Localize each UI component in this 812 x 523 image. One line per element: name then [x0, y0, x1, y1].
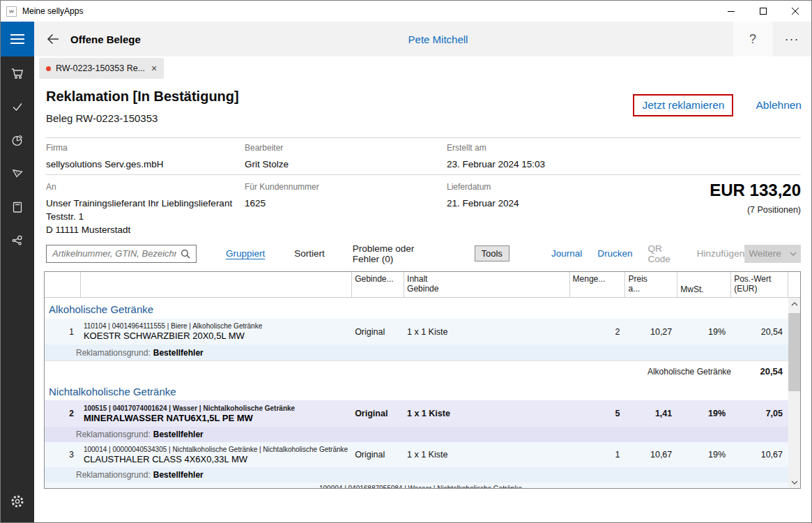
- positions-table: Gebinde... Inhalt Gebinde Menge... Preis…: [44, 271, 801, 489]
- cell-mwst: 19%: [677, 319, 731, 344]
- scroll-up-icon[interactable]: [788, 298, 800, 310]
- tab-close-icon[interactable]: ×: [151, 63, 157, 74]
- reason-value: Bestellfehler: [153, 470, 204, 480]
- group-subtotal-row: Alkoholische Getränke 20,54: [45, 361, 788, 381]
- recipient-line: D 11111 Musterstadt: [46, 223, 245, 236]
- minimize-button[interactable]: [715, 1, 747, 22]
- reklamationsgrund-row: Reklamationsgrund: Bestellfehler: [45, 427, 788, 442]
- article-meta: 100004 | 04016887055084 | Wasser | Nicht…: [45, 483, 522, 488]
- hinzufuegen-link[interactable]: Hinzufügen: [697, 248, 744, 259]
- field-label: Bearbeiter: [245, 143, 447, 153]
- field-an: An Unser Trainingslieferant Ihr Liebling…: [46, 182, 245, 236]
- col-label: Preis: [628, 274, 647, 284]
- reason-value: Bestellfehler: [153, 348, 204, 358]
- document-title: Reklamation [In Bestätigung]: [46, 89, 239, 105]
- col-scrollbar-spacer: [788, 272, 800, 297]
- row-number: 2: [45, 400, 81, 427]
- field-bearbeiter: Bearbeiter Grit Stolze: [245, 143, 447, 174]
- field-kundennummer: Für Kundennummer 1625: [245, 182, 447, 236]
- document-view: Reklamation [In Bestätigung] Beleg RW-02…: [34, 79, 811, 522]
- pennant-icon[interactable]: [1, 157, 34, 190]
- row-number: 3: [45, 442, 81, 467]
- back-arrow-button[interactable]: [43, 29, 63, 50]
- weitere-dropdown[interactable]: Weitere: [744, 245, 801, 263]
- ablehnen-button[interactable]: Ablehnen: [756, 99, 802, 112]
- maximize-button[interactable]: [747, 1, 779, 22]
- group-header: Alkoholische Getränke: [45, 298, 788, 319]
- document-tab[interactable]: RW-0223-150353 Re... ×: [39, 58, 164, 79]
- cell-preis: 10,27: [625, 319, 677, 344]
- vertical-scrollbar[interactable]: [788, 298, 800, 488]
- window-controls: [715, 1, 811, 22]
- scrollbar-thumb[interactable]: [788, 313, 800, 391]
- subtotal-label: Alkoholische Getränke: [45, 367, 731, 377]
- drucken-link[interactable]: Drucken: [597, 248, 632, 259]
- user-name-link[interactable]: Pete Mitchell: [408, 33, 468, 45]
- journal-link[interactable]: Journal: [551, 248, 582, 259]
- position-count: (7 Positionen): [710, 205, 801, 215]
- gruppiert-toggle[interactable]: Gruppiert: [226, 248, 265, 259]
- document-total: EUR 133,20 (7 Positionen): [710, 181, 801, 215]
- col-label: Inhalt: [407, 274, 427, 284]
- reason-label: Reklamationsgrund:: [76, 348, 151, 358]
- probleme-fehler-link[interactable]: Probleme oder Fehler (0): [353, 243, 443, 264]
- col-inhalt-gebinde: Inhalt Gebinde: [404, 272, 570, 297]
- col-number: [45, 272, 81, 297]
- document-number: Beleg RW-0223-150353: [46, 112, 158, 124]
- hamburger-menu-button[interactable]: [1, 22, 34, 56]
- article-name: MINERALWASSER NATU6X1,5L PE MW: [84, 413, 253, 424]
- search-input[interactable]: [47, 248, 179, 259]
- reason-label: Reklamationsgrund:: [76, 470, 151, 480]
- article-meta: 110104 | 04014964111555 | Biere | Alkoho…: [84, 321, 262, 331]
- cell-pos-wert: 20,54: [731, 319, 788, 344]
- cell-menge: 5: [570, 400, 626, 427]
- tab-strip: RW-0223-150353 Re... ×: [34, 56, 811, 79]
- more-options-icon[interactable]: ···: [772, 22, 811, 56]
- checkmark-icon[interactable]: [1, 90, 34, 123]
- total-amount: EUR 133,20: [710, 181, 801, 200]
- help-icon[interactable]: ?: [733, 22, 772, 56]
- search-icon[interactable]: [179, 249, 196, 259]
- cell-inhalt: 1 x 1 Kiste: [404, 442, 570, 467]
- jetzt-reklamieren-button[interactable]: Jetzt reklamieren: [642, 99, 724, 111]
- table-body: Alkoholische Getränke 1 110104 | 0401496…: [45, 298, 800, 488]
- app-logo-icon: w: [6, 6, 17, 17]
- share-icon[interactable]: [1, 224, 34, 257]
- search-box: [46, 245, 197, 263]
- cell-menge: 1: [570, 442, 626, 467]
- page-title: Offene Belege: [70, 33, 141, 45]
- tools-button[interactable]: Tools: [475, 245, 510, 262]
- col-preis: Preis a...: [625, 272, 677, 297]
- settings-gear-icon[interactable]: [1, 485, 34, 518]
- col-pos-wert: Pos.-Wert (EUR): [731, 272, 788, 297]
- cart-icon[interactable]: [1, 56, 34, 90]
- col-gebinde: Gebinde...: [352, 272, 404, 297]
- sortiert-toggle[interactable]: Sortiert: [294, 248, 325, 259]
- reklamationsgrund-row: Reklamationsgrund: Bestellfehler: [45, 344, 788, 361]
- article-name: CLAUSTHALER CLASS 4X6X0,33L MW: [84, 454, 247, 465]
- recipient-line: Unser Trainingslieferant Ihr Lieblingsli…: [46, 197, 245, 210]
- cell-mwst: 19%: [677, 400, 731, 427]
- cell-gebinde: Original: [352, 319, 404, 344]
- table-row[interactable]: 1 110104 | 04014964111555 | Biere | Alko…: [45, 319, 788, 344]
- table-row-selected[interactable]: 2 100515 | 04017074001624 | Wasser | Nic…: [45, 400, 788, 427]
- field-value: Grit Stolze: [245, 158, 447, 171]
- table-row-partial[interactable]: 100004 | 04016887055084 | Wasser | Nicht…: [45, 483, 788, 488]
- col-menge: Menge...: [570, 272, 626, 297]
- scroll-down-icon[interactable]: [788, 476, 800, 488]
- cell-gebinde: Original: [352, 442, 404, 467]
- reason-value: Bestellfehler: [153, 430, 204, 439]
- row-description: 110104 | 04014964111555 | Biere | Alkoho…: [81, 319, 352, 344]
- close-button[interactable]: [779, 1, 811, 22]
- info-row-1: Firma sellysolutions Serv.ges.mbH Bearbe…: [46, 137, 801, 175]
- col-label: a...: [628, 284, 640, 294]
- book-icon[interactable]: [1, 190, 34, 224]
- field-label: Für Kundennummer: [245, 182, 447, 192]
- cell-menge: 2: [570, 319, 626, 344]
- col-mwst: MwSt.: [677, 272, 731, 297]
- annotation-box: Jetzt reklamieren: [633, 94, 733, 116]
- weitere-label: Weitere: [749, 248, 781, 259]
- pie-chart-icon[interactable]: [1, 123, 34, 157]
- table-row[interactable]: 3 100014 | 00000040534305 | Nichtalkohol…: [45, 442, 788, 467]
- qr-code-link[interactable]: QR Code: [648, 243, 681, 264]
